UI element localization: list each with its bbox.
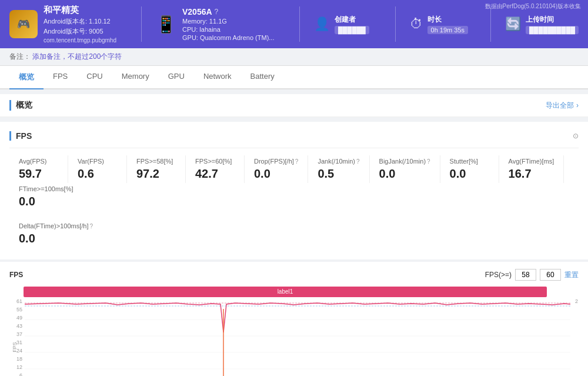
fps-chart-area: FPS FPS(>=) 重置 label1 61 55 49 43 37 31 … (0, 262, 588, 376)
metric-bigjank-label: BigJank(/10min) ? (379, 158, 430, 165)
tab-gpu[interactable]: GPU (159, 66, 194, 89)
chevron-right-icon: › (576, 101, 579, 109)
upload-label: 上传时间 (526, 15, 579, 25)
chart-controls: FPS FPS(>=) 重置 (9, 269, 579, 281)
metric-drop-fps-value: 0.0 (254, 167, 298, 181)
svg-text:61: 61 (16, 298, 22, 304)
metric-avg-fps: Avg(FPS) 59.7 (9, 155, 68, 183)
header-divider-1 (141, 6, 142, 42)
metric-avg-fps-value: 59.7 (19, 167, 58, 181)
notes-link[interactable]: 添加备注，不超过200个字符 (32, 52, 122, 61)
notes-prefix: 备注： (9, 52, 31, 61)
metric-jank-value: 0.5 (318, 167, 359, 181)
overview-title: 概览 (9, 100, 32, 111)
svg-text:2: 2 (575, 298, 578, 304)
metric-drop-fps-label: Drop(FPS)[/h] ? (254, 158, 298, 165)
device-name: V2056A (182, 7, 212, 16)
fps-threshold-2-input[interactable] (540, 269, 561, 281)
delta-value: 0.0 (19, 232, 569, 245)
metric-fps-58: FPS>=58[%] 97.2 (127, 155, 186, 183)
metric-stutter: Stutter[%] 0.0 (440, 155, 499, 183)
delta-help-icon[interactable]: ? (90, 223, 93, 229)
chart-reset-button[interactable]: 重置 (564, 270, 579, 280)
fps-collapse-button[interactable]: ⊙ (573, 132, 579, 140)
tab-network[interactable]: Network (194, 66, 241, 89)
chart-fps-label: FPS (9, 271, 23, 279)
delta-label: Delta(FTime)>100ms[/h] ? (19, 222, 569, 229)
app-info: 🎮 和平精英 Android版本名: 1.10.12 Android版本号: 9… (9, 5, 127, 44)
upload-icon: 🔄 (505, 16, 521, 32)
header-divider-4 (490, 6, 491, 42)
device-gpu: GPU: Qualcomm Adreno (TM)... (182, 34, 274, 41)
device-memory: Memory: 11.1G (182, 18, 274, 25)
tab-memory[interactable]: Memory (112, 66, 159, 89)
svg-text:6: 6 (19, 372, 22, 376)
fps-metrics-row: Avg(FPS) 59.7 Var(FPS) 0.6 FPS>=58[%] 97… (9, 148, 579, 218)
svg-text:12: 12 (16, 364, 22, 370)
metric-fps-58-value: 97.2 (136, 167, 176, 181)
creator-stat: 👤 创建者 ██████ (314, 15, 381, 34)
duration-label: 时长 (427, 15, 468, 25)
svg-text:37: 37 (16, 331, 22, 337)
duration-icon: ⏱ (410, 16, 423, 32)
fps-gte-label: FPS(>=) (485, 271, 512, 279)
metric-avg-fps-label: Avg(FPS) (19, 158, 58, 165)
fps-chart-container: label1 61 55 49 43 37 31 24 18 12 6 0 2 … (9, 285, 579, 376)
overview-section-header: 概览 导出全部 › (0, 94, 588, 117)
creator-icon: 👤 (314, 16, 330, 32)
app-icon: 🎮 (9, 10, 38, 38)
device-info: 📱 V2056A ? Memory: 11.1G CPU: lahaina GP… (156, 7, 285, 41)
metric-var-fps: Var(FPS) 0.6 (68, 155, 127, 183)
metric-avg-ftime: Avg(FTime)[ms] 16.7 (499, 155, 564, 183)
jank-help-icon[interactable]: ? (356, 158, 360, 165)
device-cpu: CPU: lahaina (182, 26, 274, 33)
svg-text:Jank: Jank (577, 340, 579, 350)
metric-var-fps-label: Var(FPS) (78, 158, 117, 165)
upload-stat: 🔄 上传时间 ██████████ (505, 15, 579, 34)
export-all-button[interactable]: 导出全部 › (546, 101, 579, 111)
app-name: 和平精英 (44, 5, 116, 16)
metric-drop-fps: Drop(FPS)[/h] ? 0.0 (245, 155, 308, 183)
creator-value: ██████ (335, 26, 369, 34)
metric-fps-58-label: FPS>=58[%] (136, 158, 176, 165)
tab-overview[interactable]: 概览 (9, 66, 44, 89)
fps-threshold-1-input[interactable] (515, 269, 536, 281)
tab-fps[interactable]: FPS (44, 66, 77, 89)
fps-chart-svg: label1 61 55 49 43 37 31 24 18 12 6 0 2 … (9, 285, 579, 376)
metric-ftime-100-label: FTime>=100ms[%] (19, 185, 74, 192)
metric-ftime-100-value: 0.0 (19, 195, 74, 208)
metric-jank: Jank(/10min) ? 0.5 (308, 155, 369, 183)
creator-label: 创建者 (335, 15, 369, 25)
metric-avg-ftime-label: Avg(FTime)[ms] (509, 158, 554, 165)
metric-var-fps-value: 0.6 (78, 167, 117, 181)
fps-section-title: FPS (9, 131, 32, 141)
bigjank-help-icon[interactable]: ? (427, 158, 430, 165)
header-divider-3 (395, 6, 396, 42)
metric-fps-60-label: FPS>=60[%] (195, 158, 235, 165)
duration-stat: ⏱ 时长 0h 19m 35s (410, 15, 477, 34)
svg-text:18: 18 (16, 356, 22, 362)
metric-stutter-value: 0.0 (450, 167, 489, 181)
duration-value: 0h 19m 35s (427, 26, 468, 34)
metric-ftime-100: FTime>=100ms[%] 0.0 (9, 183, 83, 211)
app-package: com.tencent.tmgp.pubgmhd (44, 37, 116, 44)
metric-bigjank: BigJank(/10min) ? 0.0 (370, 155, 440, 183)
export-label: 导出全部 (546, 101, 574, 111)
notes-bar: 备注： 添加备注，不超过200个字符 (0, 48, 588, 66)
device-icon: 📱 (156, 15, 176, 34)
app-version-code: Android版本号: 9005 (44, 27, 116, 36)
metric-stutter-label: Stutter[%] (450, 158, 489, 165)
data-source-label: 数据由PerfDog(5.0.210104)版本收集 (485, 2, 581, 11)
svg-text:49: 49 (16, 315, 22, 321)
tab-battery[interactable]: Battery (241, 66, 284, 89)
drop-fps-help-icon[interactable]: ? (295, 158, 299, 165)
svg-text:FPS: FPS (12, 342, 18, 352)
tab-cpu[interactable]: CPU (77, 66, 112, 89)
metric-avg-ftime-value: 16.7 (509, 167, 554, 181)
svg-text:55: 55 (16, 307, 22, 312)
metric-bigjank-value: 0.0 (379, 167, 430, 181)
metric-fps-60-value: 42.7 (195, 167, 235, 181)
device-help-icon[interactable]: ? (215, 8, 219, 16)
fps-section: FPS ⊙ Avg(FPS) 59.7 Var(FPS) 0.6 FPS>=58… (0, 122, 588, 259)
metric-jank-label: Jank(/10min) ? (318, 158, 359, 165)
